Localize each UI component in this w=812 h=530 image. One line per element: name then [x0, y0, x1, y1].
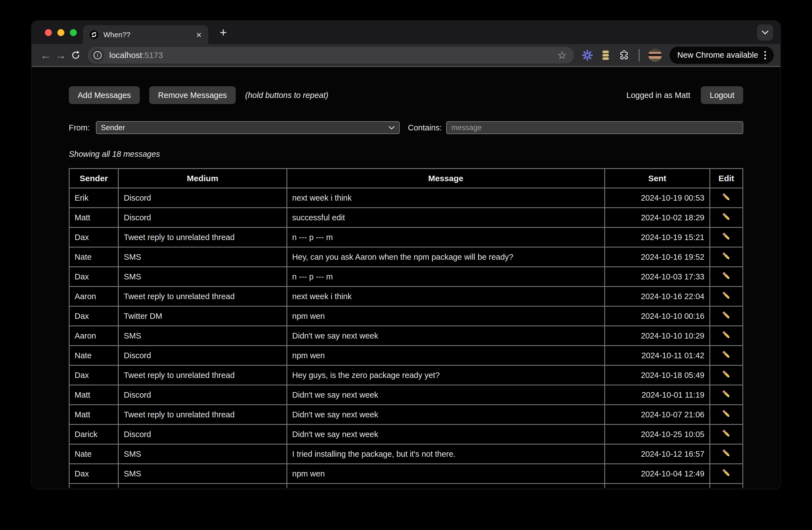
extension-coins-icon[interactable]	[601, 50, 610, 61]
sender-cell: Nate	[69, 247, 118, 267]
contains-input[interactable]	[446, 121, 743, 134]
pencil-icon[interactable]	[721, 428, 731, 439]
edit-cell	[710, 247, 743, 267]
medium-cell: Twitter DM	[118, 306, 287, 326]
reload-icon[interactable]	[68, 50, 83, 60]
sender-cell: Dax	[69, 228, 118, 247]
sent-cell	[605, 484, 710, 488]
logout-button[interactable]: Logout	[701, 86, 743, 104]
pencil-icon[interactable]	[721, 251, 731, 261]
new-tab-button[interactable]: +	[216, 25, 231, 40]
site-info-icon[interactable]: i	[91, 48, 104, 62]
medium-cell: Tweet reply to unrelated thread	[118, 366, 287, 385]
message-cell: n --- p --- m	[287, 228, 605, 247]
edit-cell	[710, 484, 743, 488]
message-cell: npm wen	[287, 306, 605, 326]
pencil-icon[interactable]	[721, 409, 731, 419]
chevron-down-icon	[762, 30, 768, 34]
sent-cell: 2024-10-19 15:21	[605, 228, 710, 247]
pencil-icon[interactable]	[721, 330, 731, 340]
pencil-icon[interactable]	[721, 389, 731, 399]
tab-favicon	[90, 30, 99, 39]
tab-close-icon[interactable]: ×	[196, 30, 202, 39]
edit-cell	[710, 326, 743, 346]
pencil-icon[interactable]	[721, 468, 731, 478]
table-row: MattTweet reply to unrelated threadDidn'…	[69, 405, 743, 425]
edit-cell	[710, 405, 743, 425]
message-cell: next week i think	[287, 188, 605, 208]
messages-tbody: ErikDiscordnext week i think2024-10-19 0…	[69, 188, 743, 488]
pencil-icon[interactable]	[721, 487, 731, 488]
tab-search-button[interactable]	[757, 25, 773, 41]
message-cell: n --- p --- m	[287, 267, 605, 287]
medium-cell: Discord	[118, 425, 287, 444]
sent-cell: 2024-10-12 16:57	[605, 444, 710, 464]
medium-cell	[118, 484, 287, 488]
medium-cell: Discord	[118, 346, 287, 366]
browser-window: When?? × + ← → i localhost:5173 ☆	[32, 21, 780, 489]
zoom-window-button[interactable]	[70, 29, 77, 36]
edit-cell	[710, 346, 743, 366]
pencil-icon[interactable]	[721, 310, 731, 320]
table-row: NateDiscordnpm wen2024-10-11 01:42	[69, 346, 743, 366]
sender-cell: Aaron	[69, 326, 118, 346]
table-row: NateSMSI tried installing the package, b…	[69, 444, 743, 464]
extensions-row	[582, 48, 662, 62]
pencil-icon[interactable]	[721, 369, 731, 379]
profile-avatar[interactable]	[648, 48, 662, 62]
hold-hint: (hold buttons to repeat)	[245, 91, 328, 100]
address-bar[interactable]: i localhost:5173 ☆	[88, 47, 574, 63]
tab-when[interactable]: When?? ×	[83, 25, 208, 44]
extensions-puzzle-icon[interactable]	[618, 49, 630, 61]
minimize-window-button[interactable]	[57, 29, 64, 36]
pencil-icon[interactable]	[721, 271, 731, 281]
table-row: DaxTweet reply to unrelated threadn --- …	[69, 228, 743, 247]
sender-cell: Matt	[69, 405, 118, 425]
sent-cell: 2024-10-01 11:19	[605, 385, 710, 405]
extension-burst-icon[interactable]	[582, 49, 593, 61]
medium-cell: Discord	[118, 208, 287, 228]
sent-cell: 2024-10-03 17:33	[605, 267, 710, 287]
sent-cell: 2024-10-07 21:06	[605, 405, 710, 425]
close-window-button[interactable]	[45, 29, 52, 36]
pencil-icon[interactable]	[721, 448, 731, 458]
pencil-icon[interactable]	[721, 231, 731, 242]
sent-cell: 2024-10-02 18:29	[605, 208, 710, 228]
table-row	[69, 484, 743, 488]
sender-cell: Nate	[69, 444, 118, 464]
message-cell: npm wen	[287, 346, 605, 366]
medium-cell: SMS	[118, 444, 287, 464]
contains-label: Contains:	[408, 123, 442, 132]
pencil-icon[interactable]	[721, 212, 731, 222]
edit-cell	[710, 208, 743, 228]
table-row: ErikDiscordnext week i think2024-10-19 0…	[69, 188, 743, 208]
tab-title: When??	[103, 30, 130, 39]
table-row: DaxSMSnpm wen2024-10-04 12:49	[69, 464, 743, 484]
remove-messages-button[interactable]: Remove Messages	[149, 86, 236, 104]
sent-cell: 2024-10-16 19:52	[605, 247, 710, 267]
chrome-update-button[interactable]: New Chrome available	[669, 47, 774, 64]
add-messages-button[interactable]: Add Messages	[69, 86, 140, 104]
header-sent: Sent	[605, 169, 710, 188]
sender-cell: Aaron	[69, 287, 118, 306]
pencil-icon[interactable]	[721, 290, 731, 301]
pencil-icon[interactable]	[721, 349, 731, 360]
medium-cell: SMS	[118, 247, 287, 267]
header-message: Message	[287, 169, 605, 188]
forward-icon[interactable]: →	[53, 50, 68, 61]
from-select[interactable]: Sender	[96, 121, 400, 134]
sender-cell: Dax	[69, 306, 118, 326]
message-cell: Didn't we say next week	[287, 326, 605, 346]
from-select-value: Sender	[101, 124, 125, 132]
medium-cell: Tweet reply to unrelated thread	[118, 287, 287, 306]
bookmark-star-icon[interactable]: ☆	[557, 49, 567, 61]
back-icon[interactable]: ←	[38, 50, 53, 61]
chrome-menu-icon[interactable]	[764, 51, 766, 59]
message-cell: Didn't we say next week	[287, 425, 605, 444]
login-status: Logged in as Matt	[626, 91, 691, 100]
table-row: DaxSMSn --- p --- m2024-10-03 17:33	[69, 267, 743, 287]
sent-cell: 2024-10-25 10:05	[605, 425, 710, 444]
pencil-icon[interactable]	[721, 192, 731, 202]
medium-cell: SMS	[118, 326, 287, 346]
table-row: DaxTwitter DMnpm wen2024-10-10 00:16	[69, 306, 743, 326]
